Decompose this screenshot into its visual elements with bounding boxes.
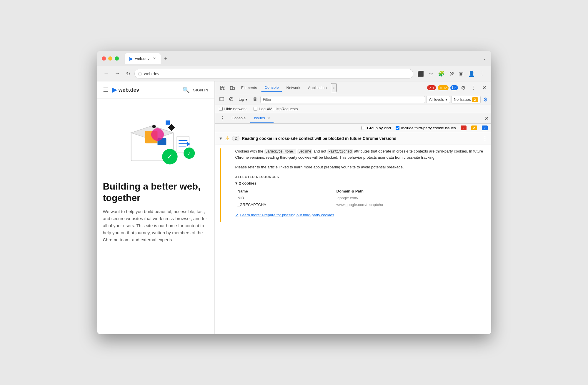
address-bar[interactable]: ⊞ web.dev [134, 69, 413, 79]
info-icon: ℹ [452, 86, 453, 90]
svg-point-27 [254, 98, 256, 100]
cookie1-domain: .google.com/ [334, 195, 487, 201]
minimize-button[interactable] [108, 56, 112, 61]
issue-count-badge: 2 [232, 136, 239, 141]
menu-button[interactable]: ⋮ [478, 69, 487, 79]
issues-tab-close-icon[interactable]: ✕ [267, 116, 270, 120]
devtools-panel: Elements Console Network Application » ✕… [215, 81, 491, 334]
new-tab-button[interactable]: + [162, 53, 170, 64]
include-third-party-label: Include third-party cookie issues [401, 126, 456, 130]
issues-warning-count: 2 [471, 125, 477, 130]
eye-button[interactable] [251, 96, 259, 103]
sidebar-toggle-button[interactable]: ▣ [457, 69, 465, 79]
title-bar: ▶ web.dev ✕ + ⌄ [97, 51, 491, 66]
logo-text: web.dev [119, 87, 139, 93]
group-by-kind-checkbox[interactable]: Group by kind [362, 126, 391, 130]
website-sidebar: ☰ ▶ web.dev 🔍 SIGN IN [97, 81, 215, 334]
issue-more-button[interactable]: ⋮ [482, 135, 488, 142]
clear-console-button[interactable] [227, 96, 235, 103]
log-xml-label: Log XMLHttpRequests [259, 107, 298, 111]
learn-more-text: Learn more: Prepare for phasing out thir… [240, 213, 334, 217]
issues-content-area: ▼ ⚠ 2 Reading cookie in cross-site conte… [215, 132, 491, 334]
issue-body-wrapper: Cookies with the SameSite=None; Secure a… [220, 148, 491, 222]
search-icon[interactable]: 🔍 [182, 86, 190, 93]
code-secure: Secure [297, 149, 312, 154]
all-levels-arrow-icon: ▾ [445, 97, 447, 102]
cookie2-domain: www.google.com/recaptcha [334, 201, 487, 208]
extensions-button[interactable]: 🧩 [436, 69, 446, 79]
console-settings-button[interactable]: ⚙ [482, 95, 489, 104]
filter-input[interactable] [260, 96, 425, 103]
signin-button[interactable]: SIGN IN [193, 88, 209, 92]
learn-more-link[interactable]: ↗ Learn more: Prepare for phasing out th… [235, 213, 487, 217]
devtools-secondary-toolbar: top ▾ All levels ▾ No Issues 2 ⚙ [215, 94, 491, 105]
hide-network-input[interactable] [219, 107, 223, 111]
issue-header[interactable]: ▼ ⚠ 2 Reading cookie in cross-site conte… [215, 132, 491, 145]
inspect-element-button[interactable] [218, 84, 227, 92]
devtools-toggle-button[interactable]: ⚒ [447, 69, 456, 79]
log-xml-input[interactable] [254, 107, 257, 111]
include-third-party-input[interactable] [396, 126, 399, 130]
hide-network-checkbox[interactable]: Hide network [219, 107, 247, 111]
tab-console[interactable]: Console [261, 83, 282, 92]
ban-icon [229, 97, 234, 101]
tab-overflow-icon[interactable]: ⌄ [483, 56, 487, 61]
tab-console-inner[interactable]: Console [228, 114, 249, 123]
expand-arrow-icon[interactable]: ▼ [219, 136, 223, 141]
svg-text:✓: ✓ [167, 153, 173, 160]
close-button[interactable] [102, 56, 106, 61]
traffic-lights [102, 56, 119, 61]
browser-tab-active[interactable]: ▶ web.dev ✕ [125, 53, 161, 64]
svg-rect-17 [221, 86, 222, 88]
sidebar-header: ☰ ▶ web.dev 🔍 SIGN IN [97, 81, 214, 99]
maximize-button[interactable] [115, 56, 119, 61]
cookie2-name: _GRECAPTCHA [235, 201, 334, 208]
svg-marker-5 [168, 124, 175, 131]
cookie-row-2: _GRECAPTCHA www.google.com/recaptcha [235, 201, 487, 208]
tab-issues[interactable]: Issues ✕ [250, 114, 274, 123]
issue-title: Reading cookie in cross-site context wil… [242, 136, 480, 141]
hamburger-menu-icon[interactable]: ☰ [103, 86, 108, 93]
issues-menu-icon[interactable]: ⋮ [218, 114, 227, 122]
device-toggle-button[interactable] [228, 84, 237, 92]
tab-application[interactable]: Application [304, 84, 330, 92]
cookies-toggle[interactable]: ▾ 2 cookies [235, 181, 487, 185]
more-options-button[interactable]: ⋮ [469, 83, 478, 92]
cookies-expand-icon: ▾ [235, 181, 237, 185]
forward-button[interactable]: → [113, 69, 122, 78]
all-levels-dropdown[interactable]: All levels ▾ [426, 96, 450, 103]
sidebar-icon [219, 97, 224, 101]
devtools-close-button[interactable]: ✕ [480, 83, 489, 92]
info-badge: ℹ 2 [450, 85, 458, 90]
refresh-button[interactable]: ↻ [124, 69, 132, 79]
issue-body: Cookies with the SameSite=None; Secure a… [221, 148, 491, 222]
no-issues-count-badge: 2 [472, 97, 478, 102]
svg-rect-18 [223, 86, 224, 88]
issues-panel-close-button[interactable]: ✕ [484, 115, 489, 122]
context-dropdown[interactable]: top ▾ [236, 96, 250, 103]
no-issues-dropdown[interactable]: No Issues 2 [451, 96, 481, 103]
include-third-party-checkbox[interactable]: Include third-party cookie issues [396, 126, 456, 130]
bookmark-button[interactable]: ☆ [427, 69, 435, 79]
cast-button[interactable]: ⬛ [416, 69, 426, 79]
error-badge: ✕ 1 [427, 85, 436, 90]
more-tabs-button[interactable]: » [331, 83, 337, 92]
settings-button[interactable]: ⚙ [459, 83, 468, 93]
warning-badge: ⚠ 12 [438, 85, 449, 90]
issue-item: ▼ ⚠ 2 Reading cookie in cross-site conte… [215, 132, 491, 222]
profile-button[interactable]: 👤 [467, 69, 477, 79]
svg-point-4 [151, 128, 164, 141]
sidebar-pane-button[interactable] [218, 96, 226, 103]
log-xml-checkbox[interactable]: Log XMLHttpRequests [254, 107, 298, 111]
tab-close-icon[interactable]: ✕ [153, 56, 156, 61]
group-by-kind-input[interactable] [362, 126, 365, 130]
hero-content: Building a better web, together We want … [97, 175, 214, 249]
info-count: 2 [454, 86, 456, 90]
svg-rect-22 [220, 97, 224, 101]
cookie1-name: NID [235, 195, 334, 201]
context-label: top [239, 97, 244, 102]
tab-elements[interactable]: Elements [238, 84, 261, 92]
back-button[interactable]: ← [102, 69, 111, 78]
tab-network[interactable]: Network [283, 84, 304, 92]
tab-title: web.dev [135, 56, 149, 61]
